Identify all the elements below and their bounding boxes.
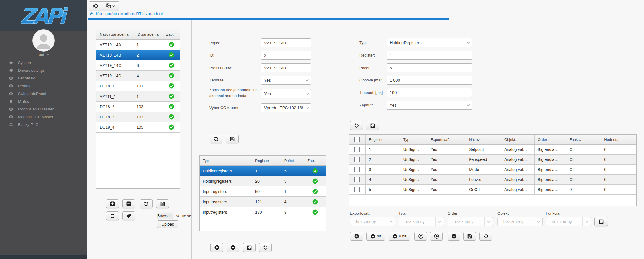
avatar[interactable] <box>32 29 55 52</box>
typ-label: Typ: <box>359 40 367 45</box>
bulk-objekt-select[interactable]: --bez zmeny-- <box>497 217 543 226</box>
typ-select[interactable]: HoldingRegisters <box>387 38 472 47</box>
save-points-button[interactable] <box>463 232 476 241</box>
device-row[interactable]: DC18_3 103 <box>96 112 180 122</box>
register-group-row-selected[interactable]: Holdingregisters 1 5 <box>200 166 326 176</box>
add-device-button[interactable] <box>106 199 119 208</box>
column-header-exportovat: Exportovať: <box>427 135 466 144</box>
device-row[interactable]: VZT19_14C 3 <box>96 60 180 71</box>
remove-device-button[interactable] <box>122 199 135 208</box>
prefix-input[interactable]: VZT19_14B_ <box>261 63 311 72</box>
save-groups-button[interactable] <box>243 243 256 252</box>
tab-modbus-rtu-config[interactable]: Konfigurácia Modbus RTU zariadení <box>89 11 163 16</box>
remove-point-button[interactable] <box>448 232 460 241</box>
point-checkbox[interactable] <box>354 177 360 182</box>
chevron-down-icon <box>387 217 395 226</box>
select-all-checkbox[interactable] <box>354 137 360 142</box>
undo-icon <box>483 234 489 239</box>
tag-devices-button[interactable] <box>122 211 135 220</box>
device-row[interactable]: DC18_4 105 <box>96 122 180 133</box>
sidebar-item-label: Modbus RTU Master <box>18 107 54 111</box>
sidebar-item-drivers-settings[interactable]: Drivers settings <box>0 67 87 74</box>
timeout-input[interactable]: 100 <box>387 88 472 97</box>
point-row[interactable]: 1 UnSign… Yes Setpoint Analog val… Big e… <box>349 145 636 155</box>
plus-circle-icon <box>393 234 397 239</box>
save-devices-button[interactable] <box>156 199 169 208</box>
device-row[interactable]: VZT19_14D 4 <box>96 71 180 81</box>
pocet-input[interactable]: 5 <box>387 63 472 72</box>
zapnute-select[interactable]: Yes <box>261 76 311 85</box>
popis-input[interactable]: VZT19_14B <box>261 38 311 47</box>
point-checkbox[interactable] <box>354 187 360 192</box>
id-input[interactable]: 2 <box>261 51 311 60</box>
point-row[interactable]: 2 UnSign… Yes Fanspeed Analog val… Big e… <box>349 155 636 165</box>
device-row-selected[interactable]: VZT19_14B 2 <box>96 50 180 60</box>
point-typ-cell: UnSign… <box>400 175 428 184</box>
undo-points-button[interactable] <box>479 232 492 241</box>
refresh-devices-button[interactable] <box>106 211 119 220</box>
move-point-down-button[interactable] <box>430 232 443 241</box>
save-group-form-button[interactable] <box>366 121 379 130</box>
sidebar-item-modbus-tcp-master[interactable]: Modbus TCP Master <box>0 113 87 121</box>
register-group-row[interactable]: Inputregisters 50 1 <box>200 186 326 197</box>
apply-bulk-edit-button[interactable] <box>594 217 608 226</box>
sidebar-item-bacnet-ip[interactable]: Bacnet IP <box>0 74 87 82</box>
language-button[interactable] <box>102 2 119 10</box>
register-input[interactable]: 1 <box>387 51 472 60</box>
bulk-typ-select[interactable]: --bez zmeny-- <box>399 217 444 226</box>
save-device-form-button[interactable] <box>226 135 239 143</box>
bulk-exportovat-select[interactable]: --bez zmeny-- <box>350 217 395 226</box>
obnova-input[interactable]: 1 000 <box>387 76 472 85</box>
device-row[interactable]: DC18_2 102 <box>96 102 180 112</box>
device-enabled-cell <box>163 50 180 60</box>
upload-button[interactable]: Upload <box>157 220 178 228</box>
globe-icon <box>9 115 13 119</box>
zapis-select[interactable]: Yes <box>261 89 311 98</box>
device-name-cell: DC18_1 <box>96 81 133 91</box>
user-menu[interactable]: root <box>0 52 87 57</box>
move-point-up-button[interactable] <box>414 232 427 241</box>
point-row[interactable]: 4 UnSign… Yes Louvre Analog val… Big end… <box>349 175 636 185</box>
chevron-down-icon <box>303 89 311 98</box>
add-point-button[interactable] <box>350 232 363 241</box>
sidebar-item-label: System <box>18 61 31 65</box>
register-group-row[interactable]: Inputregisters 130 3 <box>200 207 326 217</box>
undo-devices-button[interactable] <box>140 199 153 208</box>
point-row[interactable]: 3 UnSign… Yes Mode Analog val… Big endia… <box>349 165 636 175</box>
check-circle-icon <box>169 104 174 109</box>
zapnut-select[interactable]: Yes <box>387 101 472 110</box>
point-register-cell: 4 <box>366 175 400 184</box>
bulk-funkcia-select[interactable]: --bez zmeny-- <box>546 217 591 226</box>
sidebar-item-modbus-rtu-master[interactable]: Modbus RTU Master <box>0 105 87 113</box>
point-checkbox[interactable] <box>354 147 360 152</box>
add-bit-point-button[interactable]: bit <box>366 232 385 241</box>
sidebar-item-system[interactable]: System <box>0 59 87 67</box>
sidebar-item-m-bus[interactable]: M-Bus <box>0 98 87 105</box>
point-checkbox[interactable] <box>354 157 360 162</box>
undo-device-form-button[interactable] <box>210 135 222 143</box>
chevron-down-icon <box>303 76 311 84</box>
point-checkbox[interactable] <box>354 167 360 172</box>
undo-groups-button[interactable] <box>259 243 272 252</box>
register-group-row[interactable]: Holdingregisters 20 5 <box>200 176 326 186</box>
point-hodnota-cell: 0 <box>601 185 636 194</box>
com-port-select[interactable]: Vpredu [TPC:192.168 <box>261 103 311 112</box>
group-pocet-cell: 1 <box>281 186 304 196</box>
bulk-order-select[interactable]: --bez zmeny-- <box>448 217 493 226</box>
device-row[interactable]: DC18_1 101 <box>96 81 180 91</box>
register-group-row[interactable]: Inputregisters 121 4 <box>200 197 326 207</box>
add-8bit-point-button[interactable]: 8 bit <box>389 232 410 241</box>
device-row[interactable]: VZT19_14A 1 <box>96 40 180 50</box>
sidebar-item-swing-infopanel[interactable]: Swing InfoPanel <box>0 90 87 98</box>
undo-group-form-button[interactable] <box>350 121 363 130</box>
sidebar-item-remote[interactable]: Remote <box>0 82 87 90</box>
add-group-button[interactable] <box>210 243 223 252</box>
group-typ-cell: Holdingregisters <box>200 176 252 186</box>
remove-group-button[interactable] <box>227 243 239 252</box>
check-circle-icon <box>312 199 318 205</box>
browse-file-button[interactable]: Browse... <box>157 213 173 219</box>
help-lifebuoy-button[interactable] <box>89 2 102 10</box>
sidebar-item-blacky-plc[interactable]: Blacky-PLC <box>0 121 87 128</box>
device-row[interactable]: VZT11_1 1 <box>96 91 180 102</box>
point-row[interactable]: 5 UnSign… Yes OnOff Analog val… Big endi… <box>349 185 636 195</box>
